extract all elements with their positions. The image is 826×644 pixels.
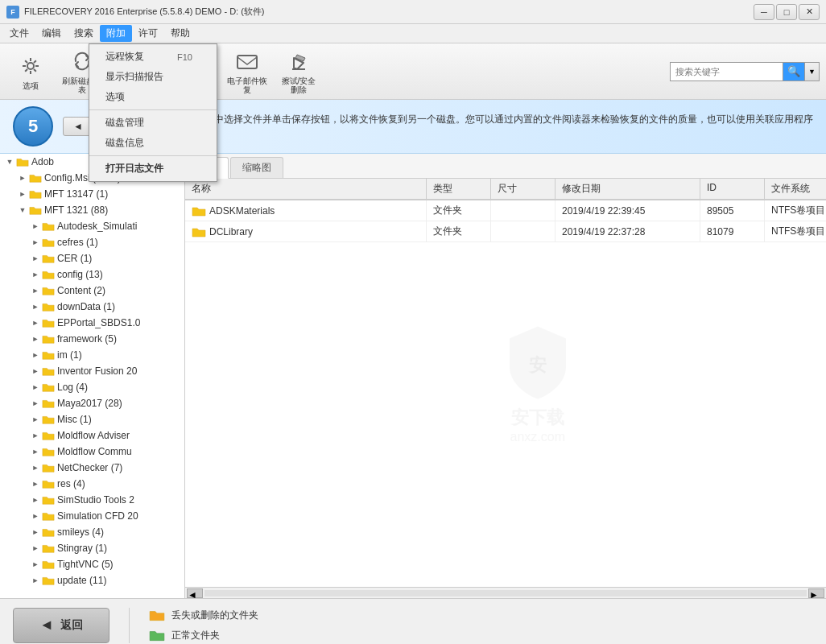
tree-item[interactable]: ► Misc (1): [0, 411, 184, 427]
table-row[interactable]: ADSKMaterials 文件夹 2019/4/19 22:39:45 895…: [185, 200, 826, 221]
tree-item[interactable]: ► downData (1): [0, 299, 184, 315]
tree-item[interactable]: ► EPPortal_SBDS1.0: [0, 315, 184, 331]
close-button[interactable]: ✕: [799, 4, 820, 20]
back-button[interactable]: ◄ 返回: [13, 608, 109, 643]
tree-toggle[interactable]: ►: [29, 558, 42, 571]
tree-toggle[interactable]: ►: [29, 526, 42, 539]
tree-item[interactable]: ► im (1): [0, 347, 184, 363]
tree-item[interactable]: ► Log (4): [0, 379, 184, 395]
tree-toggle[interactable]: ▼: [16, 204, 29, 217]
tree-toggle[interactable]: ►: [29, 493, 42, 506]
tree-toggle[interactable]: ►: [29, 316, 42, 329]
menu-help[interactable]: 帮助: [164, 25, 196, 42]
title-bar: F FILERECOVERY 2016 Enterprise (5.5.8.4)…: [0, 0, 826, 24]
tree-item[interactable]: ► MFT 13147 (1): [0, 186, 184, 202]
tree-toggle[interactable]: ►: [29, 268, 42, 281]
menu-license[interactable]: 许可: [132, 25, 164, 42]
tree-item[interactable]: ► smileys (4): [0, 524, 184, 540]
folder-icon: [42, 494, 55, 506]
tree-toggle[interactable]: ►: [29, 429, 42, 442]
maximize-button[interactable]: □: [776, 4, 797, 20]
tree-item[interactable]: ► NetChecker (7): [0, 460, 184, 476]
tree-toggle[interactable]: ►: [29, 477, 42, 490]
tree-item[interactable]: ► Content (2): [0, 283, 184, 299]
options-button[interactable]: 选项: [6, 47, 55, 96]
dropdown-disk-management[interactable]: 磁盘管理: [89, 113, 217, 133]
menu-file[interactable]: 文件: [3, 25, 35, 42]
tree-item[interactable]: ► Moldflow Commu: [0, 444, 184, 460]
scroll-right-btn[interactable]: ►: [808, 588, 824, 598]
folder-icon: [42, 349, 55, 361]
header-id[interactable]: ID: [700, 179, 765, 199]
tree-item[interactable]: ► config (13): [0, 266, 184, 283]
search-dropdown-button[interactable]: ▼: [805, 62, 820, 81]
tree-toggle[interactable]: ►: [29, 461, 42, 474]
folder-icon: [29, 172, 42, 184]
table-row[interactable]: DCLibrary 文件夹 2019/4/19 22:37:28 81079 N…: [185, 221, 826, 242]
tree-toggle[interactable]: ►: [29, 381, 42, 394]
search-input[interactable]: [670, 62, 783, 81]
header-date[interactable]: 修改日期: [555, 179, 700, 199]
tree-item[interactable]: ► TightVNC (5): [0, 556, 184, 572]
menu-addon[interactable]: 附加: [100, 25, 132, 42]
tree-item[interactable]: ► res (4): [0, 476, 184, 492]
tree-item[interactable]: ► Simulation CFD 20: [0, 508, 184, 524]
tree-toggle[interactable]: ►: [29, 332, 42, 345]
tree-item[interactable]: ► update (11): [0, 572, 184, 588]
app-icon: F: [6, 6, 19, 19]
tree-item[interactable]: ► SimStudio Tools 2: [0, 492, 184, 508]
header-name[interactable]: 名称: [185, 179, 427, 199]
header-type[interactable]: 类型: [427, 179, 491, 199]
lost-folder-icon: [149, 609, 165, 621]
tree-item[interactable]: ► Stingray (1): [0, 540, 184, 556]
cell-date: 2019/4/19 22:37:28: [555, 221, 700, 242]
email-button[interactable]: 电子邮件恢复: [223, 47, 271, 96]
folder-icon: [42, 253, 55, 264]
email-label: 电子邮件恢复: [227, 76, 267, 94]
tree-item[interactable]: ► CER (1): [0, 250, 184, 266]
scroll-left-btn[interactable]: ◄: [187, 588, 203, 598]
tree-toggle[interactable]: ►: [29, 220, 42, 233]
menu-edit[interactable]: 编辑: [35, 25, 68, 42]
tree-toggle[interactable]: ►: [29, 542, 42, 555]
tree-item[interactable]: ► Maya2017 (28): [0, 395, 184, 411]
tree-toggle[interactable]: ►: [29, 236, 42, 249]
header-fs[interactable]: 文件系统: [765, 179, 826, 199]
step-description: 在下面的文件列表中选择文件并单击保存按钮，以将文件恢复到另一个磁盘。您可以通过内…: [137, 113, 813, 140]
erase-button[interactable]: 擦试/安全删除: [275, 47, 323, 96]
dropdown-disk-info[interactable]: 磁盘信息: [89, 133, 217, 153]
tree-toggle[interactable]: ►: [29, 445, 42, 458]
tab-thumbnail[interactable]: 缩略图: [230, 157, 283, 178]
tree-toggle[interactable]: ►: [29, 252, 42, 265]
tree-toggle[interactable]: ►: [29, 349, 42, 361]
tree-item[interactable]: ► Autodesk_Simulati: [0, 218, 184, 234]
tree-item[interactable]: ► framework (5): [0, 331, 184, 347]
tree-toggle[interactable]: ►: [29, 397, 42, 410]
normal-folder-icon: [149, 629, 165, 642]
tree-toggle[interactable]: ►: [16, 171, 29, 184]
tree-toggle[interactable]: ►: [29, 510, 42, 522]
minimize-button[interactable]: ─: [754, 4, 774, 20]
folder-icon: [42, 543, 55, 554]
tree-toggle[interactable]: ►: [29, 284, 42, 297]
horizontal-scrollbar[interactable]: ◄ ►: [185, 587, 826, 598]
tree-toggle[interactable]: ►: [29, 365, 42, 378]
tree-item[interactable]: ► Inventor Fusion 20: [0, 363, 184, 379]
tree-item[interactable]: ▼ MFT 1321 (88): [0, 202, 184, 218]
tree-toggle[interactable]: ▼: [3, 155, 16, 168]
tree-toggle[interactable]: ►: [29, 300, 42, 313]
header-size[interactable]: 尺寸: [491, 179, 555, 199]
cell-name: ADSKMaterials: [185, 200, 427, 221]
folder-icon: [42, 430, 55, 441]
dropdown-remote-recovery[interactable]: 远程恢复 F10: [89, 47, 217, 67]
tree-toggle[interactable]: ►: [16, 188, 29, 200]
menu-search[interactable]: 搜索: [68, 25, 100, 42]
tree-toggle[interactable]: ►: [29, 574, 42, 587]
dropdown-options[interactable]: 选项: [89, 87, 217, 107]
dropdown-open-log[interactable]: 打开日志文件: [89, 159, 217, 179]
search-button[interactable]: 🔍: [783, 62, 805, 81]
dropdown-show-scan-report[interactable]: 显示扫描报告: [89, 67, 217, 87]
tree-toggle[interactable]: ►: [29, 413, 42, 426]
tree-item[interactable]: ► cefres (1): [0, 234, 184, 250]
tree-item[interactable]: ► Moldflow Adviser: [0, 427, 184, 444]
